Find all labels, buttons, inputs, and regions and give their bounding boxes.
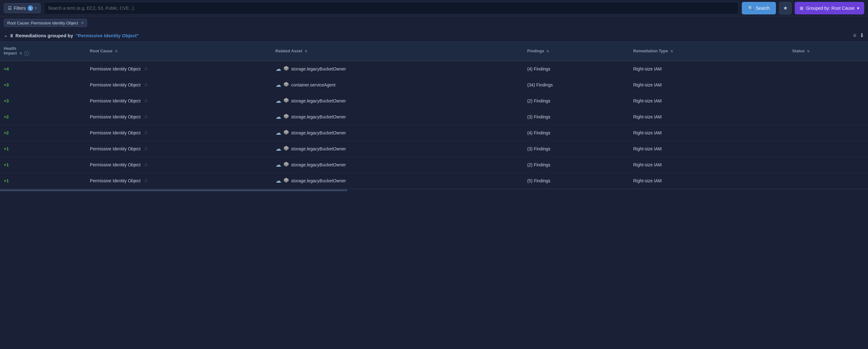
asset-name: storage.legacyBucketOwner xyxy=(291,66,346,71)
cell-health-impact: +3 xyxy=(0,77,86,93)
star-toggle-button[interactable]: ☆ xyxy=(144,98,148,104)
health-impact-value: +2 xyxy=(4,114,9,119)
root-cause-text: Permissive Identity Object xyxy=(90,162,141,167)
search-container xyxy=(44,2,739,14)
cube-icon xyxy=(284,130,289,136)
star-toggle-button[interactable]: ☆ xyxy=(144,178,148,183)
table-row[interactable]: +1 Permissive Identity Object ☆ ☁ storag… xyxy=(0,157,868,173)
cube-icon xyxy=(284,146,289,152)
filter-tag-row: Root Cause: Permissive Identity Object × xyxy=(0,16,868,29)
cell-health-impact: +2 xyxy=(0,109,86,125)
col-health-impact[interactable]: HealthImpact ⇅ i xyxy=(0,42,86,61)
scrollbar-thumb xyxy=(0,190,347,191)
table-row[interactable]: +3 Permissive Identity Object ☆ ☁ contai… xyxy=(0,77,868,93)
filter-tag-root-cause: Root Cause: Permissive Identity Object × xyxy=(4,19,87,27)
health-impact-sort-icon: ⇅ xyxy=(20,52,22,55)
root-cause-text: Permissive Identity Object xyxy=(90,130,141,135)
cell-findings: (2) Findings xyxy=(524,157,630,173)
remediations-table-wrap: HealthImpact ⇅ i Root Cause ⇅ Related As… xyxy=(0,42,868,189)
related-asset-sort-icon: ⇅ xyxy=(305,50,307,53)
download-icon: ⬇ xyxy=(860,32,864,38)
group-header: ⌄ 8 Remediations grouped by "Permissive … xyxy=(0,29,868,42)
filters-button[interactable]: ☰ Filters 1 ▾ xyxy=(4,3,41,13)
cell-remediation-type: Right-size IAM xyxy=(629,125,788,141)
star-toggle-button[interactable]: ☆ xyxy=(144,146,148,152)
col-health-impact-label: HealthImpact xyxy=(4,46,17,55)
cell-related-asset: ☁ storage.legacyBucketOwner xyxy=(272,93,524,109)
cell-remediation-type: Right-size IAM xyxy=(629,157,788,173)
favorites-button[interactable]: ★ xyxy=(779,2,792,14)
col-related-asset[interactable]: Related Asset ⇅ xyxy=(272,42,524,61)
cell-remediation-type: Right-size IAM xyxy=(629,77,788,93)
cell-findings: (4) Findings xyxy=(524,125,630,141)
root-cause-text: Permissive Identity Object xyxy=(90,178,141,183)
table-header-row: HealthImpact ⇅ i Root Cause ⇅ Related As… xyxy=(0,42,868,61)
filter-count-badge: 1 xyxy=(28,5,33,11)
remediations-table: HealthImpact ⇅ i Root Cause ⇅ Related As… xyxy=(0,42,868,189)
col-findings-label: Findings xyxy=(527,49,544,53)
star-toggle-button[interactable]: ☆ xyxy=(144,130,148,136)
star-toggle-button[interactable]: ☆ xyxy=(144,66,148,72)
remediation-type-sort-icon: ⇅ xyxy=(671,50,673,53)
cell-related-asset: ☁ storage.legacyBucketOwner xyxy=(272,141,524,157)
table-row[interactable]: +2 Permissive Identity Object ☆ ☁ storag… xyxy=(0,125,868,141)
cube-icon xyxy=(284,162,289,168)
health-impact-info-icon[interactable]: i xyxy=(24,51,29,56)
star-toggle-button[interactable]: ☆ xyxy=(144,82,148,88)
root-cause-text: Permissive Identity Object xyxy=(90,98,141,104)
grouped-by-button[interactable]: ⊞ Grouped by: Root Cause ▾ xyxy=(795,2,864,14)
health-impact-value: +3 xyxy=(4,82,9,87)
horizontal-scrollbar[interactable] xyxy=(0,189,868,192)
cell-health-impact: +4 xyxy=(0,61,86,77)
hamburger-icon: ☰ xyxy=(8,6,12,11)
filter-tag-close-icon[interactable]: × xyxy=(81,20,84,25)
cell-root-cause: Permissive Identity Object ☆ xyxy=(86,141,272,157)
table-row[interactable]: +1 Permissive Identity Object ☆ ☁ storag… xyxy=(0,173,868,188)
cell-findings: (2) Findings xyxy=(524,93,630,109)
col-status-label: Status xyxy=(792,49,805,53)
search-button[interactable]: 🔍 Search xyxy=(742,2,776,14)
list-view-button[interactable]: ≡ xyxy=(853,32,857,39)
col-root-cause[interactable]: Root Cause ⇅ xyxy=(86,42,272,61)
asset-name: storage.legacyBucketOwner xyxy=(291,146,346,151)
cell-remediation-type: Right-size IAM xyxy=(629,93,788,109)
table-row[interactable]: +2 Permissive Identity Object ☆ ☁ storag… xyxy=(0,109,868,125)
cube-icon xyxy=(284,114,289,120)
col-remediation-type[interactable]: Remediation Type ⇅ xyxy=(629,42,788,61)
col-findings[interactable]: Findings ⇅ xyxy=(524,42,630,61)
table-row[interactable]: +3 Permissive Identity Object ☆ ☁ storag… xyxy=(0,93,868,109)
list-view-icon: ≡ xyxy=(853,32,857,38)
group-chevron-icon: ⌄ xyxy=(4,33,8,38)
group-highlight-text: "Permissive Identity Object" xyxy=(76,33,139,38)
cell-related-asset: ☁ storage.legacyBucketOwner xyxy=(272,157,524,173)
root-cause-sort-icon: ⇅ xyxy=(115,50,117,53)
cloud-icon: ☁ xyxy=(276,129,281,136)
star-toggle-button[interactable]: ☆ xyxy=(144,162,148,168)
col-status[interactable]: Status ⇅ xyxy=(788,42,868,61)
table-header: HealthImpact ⇅ i Root Cause ⇅ Related As… xyxy=(0,42,868,61)
group-header-right: ≡ ⬇ xyxy=(853,32,864,39)
table-row[interactable]: +4 Permissive Identity Object ☆ ☁ storag… xyxy=(0,61,868,77)
grouped-by-label: Grouped by: Root Cause xyxy=(806,6,855,11)
download-button[interactable]: ⬇ xyxy=(860,32,864,39)
star-toggle-button[interactable]: ☆ xyxy=(144,114,148,120)
filters-label: Filters xyxy=(14,6,26,11)
cell-health-impact: +1 xyxy=(0,157,86,173)
cell-status xyxy=(788,93,868,109)
group-count: 8 xyxy=(10,33,13,38)
health-impact-value: +1 xyxy=(4,178,9,183)
search-input[interactable] xyxy=(48,6,735,11)
status-sort-icon: ⇅ xyxy=(807,50,809,53)
cell-status xyxy=(788,77,868,93)
cube-icon xyxy=(284,66,289,72)
table-row[interactable]: +1 Permissive Identity Object ☆ ☁ storag… xyxy=(0,141,868,157)
cell-findings: (3) Findings xyxy=(524,109,630,125)
cell-findings: (5) Findings xyxy=(524,173,630,188)
cell-remediation-type: Right-size IAM xyxy=(629,109,788,125)
cell-related-asset: ☁ storage.legacyBucketOwner xyxy=(272,61,524,77)
cell-remediation-type: Right-size IAM xyxy=(629,173,788,188)
cell-remediation-type: Right-size IAM xyxy=(629,141,788,157)
filters-chevron-icon: ▾ xyxy=(35,6,37,10)
asset-name: storage.legacyBucketOwner xyxy=(291,130,346,135)
cell-remediation-type: Right-size IAM xyxy=(629,61,788,77)
